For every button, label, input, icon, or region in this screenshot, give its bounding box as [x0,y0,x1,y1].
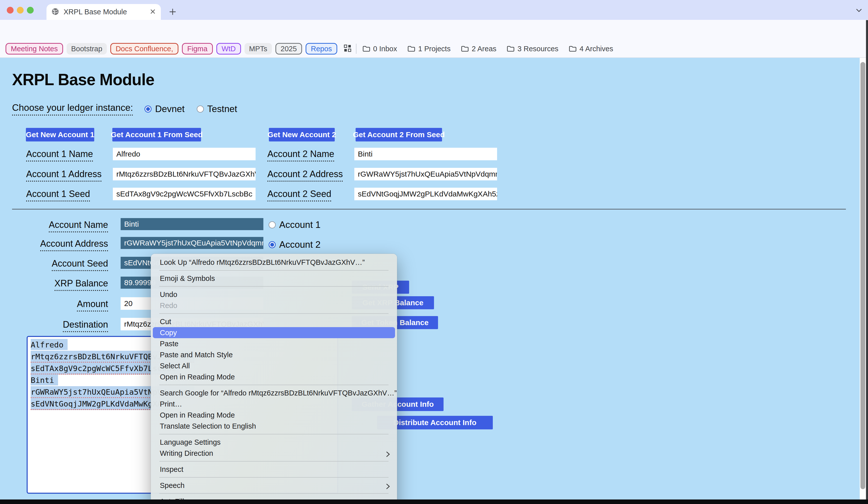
account-2-address-field[interactable]: rGWRaWY5jst7hUxQEuApia5VtNpVdqmmvM [354,168,497,180]
tab-search-chevron-icon[interactable] [854,6,865,15]
menu-separator [159,286,389,287]
bookmark-label: MPTs [249,45,267,53]
bookmark-group-repos[interactable]: Repos [306,43,337,54]
menu-item-redo: Redo [151,300,397,311]
account-1-address-field[interactable]: rMtqz6zzrsBDzBLt6NrkuVFTQBvJazGXhV [113,168,256,180]
bookmark-folder-areas[interactable]: 2 Areas [461,45,496,53]
get-new-account-2-button[interactable]: Get New Account 2 [269,128,335,141]
context-menu: Look Up “Alfredo rMtqz6zzrsBDzBLt6NrkuVF… [151,254,397,504]
account-address-label: Account Address [0,239,108,249]
menu-item-language-settings[interactable]: Language Settings [151,437,397,448]
bookmark-label: Repos [311,45,332,53]
apps-grid-icon[interactable] [343,43,352,54]
screen-bottom-edge [0,500,868,504]
menu-separator [159,385,389,385]
minimize-window-button[interactable] [17,7,24,13]
bookmark-group-mpts[interactable]: MPTs [245,43,272,54]
bookmark-label: WtD [221,45,236,53]
browser-toolbar: File /Users/ddawson/Documents/1-Projects… [0,20,868,40]
get-account-2-from-seed-button[interactable]: Get Account 2 From Seed [355,128,442,141]
account-2-name-field[interactable]: Binti [354,148,497,160]
account-name-field[interactable]: Binti [121,218,264,230]
menu-item-open-reading-mode[interactable]: Open in Reading Mode [151,371,397,382]
menu-item-inspect[interactable]: Inspect [151,464,397,475]
adjacent-screen-sliver [866,20,868,504]
account-1-name-label: Account 1 Name [26,149,93,159]
menu-separator [159,434,389,434]
bookmark-folder-projects[interactable]: 1 Projects [407,45,451,53]
menu-separator [159,493,389,494]
menu-separator [159,477,389,477]
scrollbar-track[interactable] [860,58,866,504]
bookmark-label: Meeting Notes [11,45,58,53]
menu-item-look-up[interactable]: Look Up “Alfredo rMtqz6zzrsBDzBLt6NrkuVF… [151,257,397,268]
section-divider [12,209,846,210]
account-1-radio-row: Account 1 [269,220,321,230]
devnet-radio[interactable] [145,106,152,113]
account-address-field[interactable]: rGWRaWY5jst7hUxQEuApia5VtNpVdqmmvM [121,237,264,249]
get-account-1-from-seed-button[interactable]: Get Account 1 From Seed [112,128,201,141]
account-2-seed-label: Account 2 Seed [267,189,331,199]
page-content: XRPL Base Module Choose your ledger inst… [0,58,868,504]
bookmark-group-bootstrap[interactable]: Bootstrap [66,43,107,54]
ledger-instance-row: Choose your ledger instance: Devnet Test… [12,103,237,116]
account-2-radio-row: Account 2 [269,240,321,250]
menu-item-paste-match-style[interactable]: Paste and Match Style [151,349,397,360]
bookmark-label: Figma [187,45,208,53]
browser-tab[interactable]: XRPL Base Module [46,4,161,20]
account-2-radio-label: Account 2 [279,240,321,250]
menu-item-search-google[interactable]: Search Google for “Alfredo rMtqz6zzrsBDz… [151,387,397,398]
menu-item-paste[interactable]: Paste [151,338,397,349]
account-1-seed-label: Account 1 Seed [26,189,90,199]
menu-item-copy[interactable]: Copy [153,327,395,338]
account-2-address-label: Account 2 Address [267,169,343,179]
favicon-globe-icon [51,7,60,17]
menu-item-translate[interactable]: Translate Selection to English [151,421,397,432]
page-title: XRPL Base Module [12,70,154,89]
new-tab-button[interactable] [166,6,179,18]
menu-item-emoji-symbols[interactable]: Emoji & Symbols [151,273,397,284]
account-2-name-label: Account 2 Name [267,149,334,159]
scrollbar-thumb[interactable] [860,62,865,489]
close-tab-icon[interactable] [149,8,156,16]
menu-item-cut[interactable]: Cut [151,316,397,327]
menu-item-open-reading-mode-2[interactable]: Open in Reading Mode [151,410,397,421]
menu-item-speech[interactable]: Speech [151,480,397,491]
account-1-name-field[interactable]: Alfredo [113,148,256,160]
amount-label: Amount [0,299,108,309]
close-window-button[interactable] [7,7,13,13]
bookmark-group-2025[interactable]: 2025 [276,43,302,54]
bookmark-group-docs-confluence[interactable]: Docs Confluence, [110,43,178,54]
maximize-window-button[interactable] [27,7,34,13]
bookmark-group-figma[interactable]: Figma [182,43,213,54]
submenu-chevron-icon [386,450,390,459]
account-1-seed-field[interactable]: sEdTAx8gV9c2pgWcWC5FfvXb7LscbBc [113,188,256,200]
bookmark-folder-inbox[interactable]: 0 Inbox [362,45,397,53]
account-2-seed-field[interactable]: sEdVNtGoqjJMW2gPLKdVdaMwKgXAh5z [354,188,497,200]
bookmark-label: Bootstrap [71,45,102,53]
account-2-radio[interactable] [269,241,276,248]
account-seed-label: Account Seed [0,258,108,269]
folder-label: 2 Areas [472,45,496,53]
bookmarks-divider [356,44,356,54]
menu-item-writing-direction[interactable]: Writing Direction [151,448,397,459]
ledger-instance-label: Choose your ledger instance: [12,103,133,116]
get-new-account-1-button[interactable]: Get New Account 1 [26,128,94,141]
menu-item-select-all[interactable]: Select All [151,360,397,371]
bookmark-folder-archives[interactable]: 4 Archives [568,45,613,53]
bookmarks-bar: Meeting Notes Bootstrap Docs Confluence,… [0,40,868,58]
folder-label: 4 Archives [579,45,613,53]
bookmark-folder-resources[interactable]: 3 Resources [506,45,558,53]
browser-window: XRPL Base Module File /Users/ddawson/Doc… [0,0,868,504]
tab-strip: XRPL Base Module [0,0,868,20]
bookmark-group-meeting-notes[interactable]: Meeting Notes [6,43,63,54]
testnet-radio[interactable] [197,106,204,113]
bookmark-group-wtd[interactable]: WtD [216,43,241,54]
menu-item-print[interactable]: Print… [151,398,397,410]
account-name-label: Account Name [0,220,108,230]
menu-item-undo[interactable]: Undo [151,289,397,300]
devnet-label: Devnet [155,104,185,114]
account-1-radio[interactable] [269,221,276,228]
folder-label: 1 Projects [418,45,451,53]
menu-separator [159,270,389,271]
